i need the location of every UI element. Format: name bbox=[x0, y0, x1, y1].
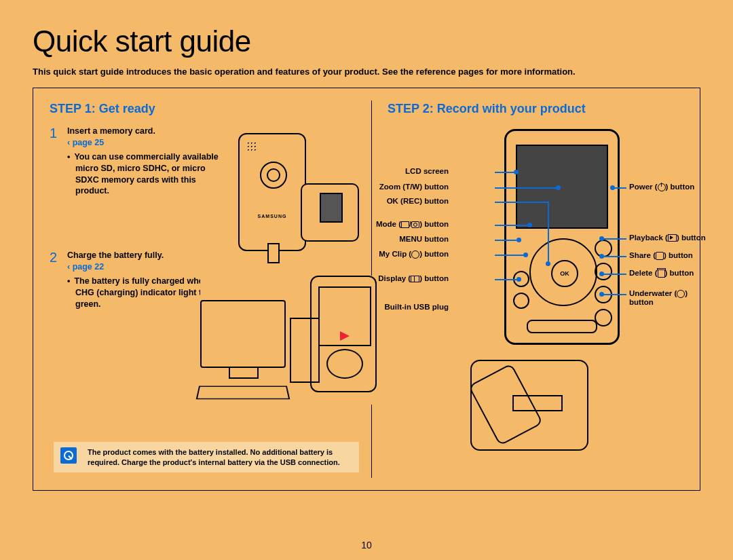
leader-line bbox=[603, 274, 626, 275]
page-ref-link[interactable]: ‹ page 22 bbox=[67, 262, 104, 272]
leader-dot bbox=[599, 272, 604, 276]
label-underwater-button: Underwater () button bbox=[629, 289, 704, 306]
usb-callout bbox=[470, 360, 588, 451]
label-usb-plug: Built-in USB plug bbox=[384, 303, 449, 311]
leader-dot bbox=[546, 261, 550, 266]
label-myclip-button: My Clip () button bbox=[379, 250, 449, 259]
playback-icon bbox=[668, 234, 677, 242]
item-number: 2 bbox=[50, 248, 57, 267]
label-share-button: Share () button bbox=[629, 251, 693, 260]
label-power-button: Power () button bbox=[629, 183, 694, 191]
item-text: Insert a memory card. bbox=[67, 126, 155, 136]
clip-icon bbox=[411, 250, 419, 259]
leader-line bbox=[614, 187, 626, 189]
speaker-icon bbox=[246, 141, 257, 152]
memory-card-callout bbox=[301, 183, 359, 242]
trash-icon bbox=[658, 269, 665, 278]
content-frame: STEP 1: Get ready 1 Insert a memory card… bbox=[33, 88, 700, 491]
leader-dot bbox=[599, 254, 604, 259]
left-side-buttons-icon bbox=[513, 271, 529, 314]
device-front-illustration: SAMSUNG bbox=[238, 133, 306, 251]
label-menu-button: MENU button bbox=[399, 235, 449, 243]
device-brand-label: SAMSUNG bbox=[240, 214, 305, 219]
leader-line bbox=[495, 202, 548, 203]
leader-line bbox=[495, 187, 556, 189]
bottom-bar-icon bbox=[527, 320, 597, 333]
page-title: Quick start guide bbox=[33, 24, 700, 58]
monitor-icon bbox=[200, 300, 286, 368]
leader-dot bbox=[516, 277, 521, 282]
label-lcd-screen: LCD screen bbox=[405, 167, 449, 175]
leader-line bbox=[495, 172, 514, 173]
item-text: Charge the battery fully. bbox=[67, 250, 164, 260]
label-playback-button: Playback () button bbox=[629, 234, 706, 242]
memory-card-icon bbox=[320, 193, 343, 223]
step2-column: STEP 2: Record with your product OK LCD … bbox=[388, 102, 683, 126]
leader-dot bbox=[514, 170, 519, 174]
keyboard-icon bbox=[196, 386, 290, 399]
display-icon bbox=[411, 276, 419, 282]
usb-plug-icon bbox=[267, 243, 280, 263]
step1-item-1: 1 Insert a memory card. ‹ page 25 You ca… bbox=[50, 126, 227, 197]
label-ok-rec-button: OK (REC) button bbox=[387, 197, 449, 205]
charging-illustration bbox=[200, 276, 377, 405]
leader-dot bbox=[610, 185, 615, 190]
step1-column: STEP 1: Get ready 1 Insert a memory card… bbox=[50, 102, 360, 322]
page-ref-link[interactable]: ‹ page 25 bbox=[67, 138, 104, 147]
leader-line bbox=[548, 202, 549, 261]
note-text: The product comes with the battery insta… bbox=[88, 448, 340, 466]
note-icon bbox=[60, 447, 77, 464]
leader-dot bbox=[516, 238, 521, 242]
intro-text: This quick start guide introduces the ba… bbox=[33, 67, 700, 77]
step1-heading: STEP 1: Get ready bbox=[50, 102, 360, 116]
leader-line bbox=[603, 256, 626, 257]
power-icon bbox=[658, 183, 666, 191]
control-pad-icon: OK bbox=[529, 238, 597, 306]
video-icon bbox=[401, 221, 409, 228]
leader-dot bbox=[527, 223, 532, 227]
leader-dot bbox=[556, 185, 561, 190]
leader-dot bbox=[523, 253, 528, 257]
ok-button-icon: OK bbox=[551, 260, 578, 287]
usb-plug-detail-icon bbox=[512, 395, 563, 411]
insert-arrow-icon bbox=[340, 331, 350, 341]
note-box: The product comes with the battery insta… bbox=[54, 442, 359, 472]
label-mode-button: Mode (/) button bbox=[376, 220, 449, 228]
step2-heading: STEP 2: Record with your product bbox=[388, 102, 683, 116]
lens-icon bbox=[260, 162, 287, 189]
camera-icon bbox=[411, 221, 419, 228]
share-icon bbox=[656, 252, 664, 260]
leader-line bbox=[495, 255, 523, 256]
leader-dot bbox=[599, 292, 604, 297]
page-number: 10 bbox=[0, 540, 733, 550]
leader-line bbox=[603, 294, 626, 295]
item-number: 1 bbox=[50, 124, 57, 143]
label-delete-button: Delete () button bbox=[629, 269, 694, 278]
leader-line bbox=[495, 225, 527, 226]
leader-dot bbox=[599, 236, 604, 241]
underwater-icon bbox=[677, 290, 685, 298]
label-display-button: Display () button bbox=[378, 274, 449, 282]
leader-line bbox=[603, 238, 626, 240]
item-bullet: You can use commercially available micro… bbox=[75, 151, 227, 198]
leader-line bbox=[495, 240, 516, 241]
manual-page: Quick start guide This quick start guide… bbox=[0, 0, 733, 560]
label-zoom-button: Zoom (T/W) button bbox=[379, 183, 449, 191]
leader-line bbox=[495, 279, 516, 280]
lcd-screen-icon bbox=[516, 145, 608, 229]
